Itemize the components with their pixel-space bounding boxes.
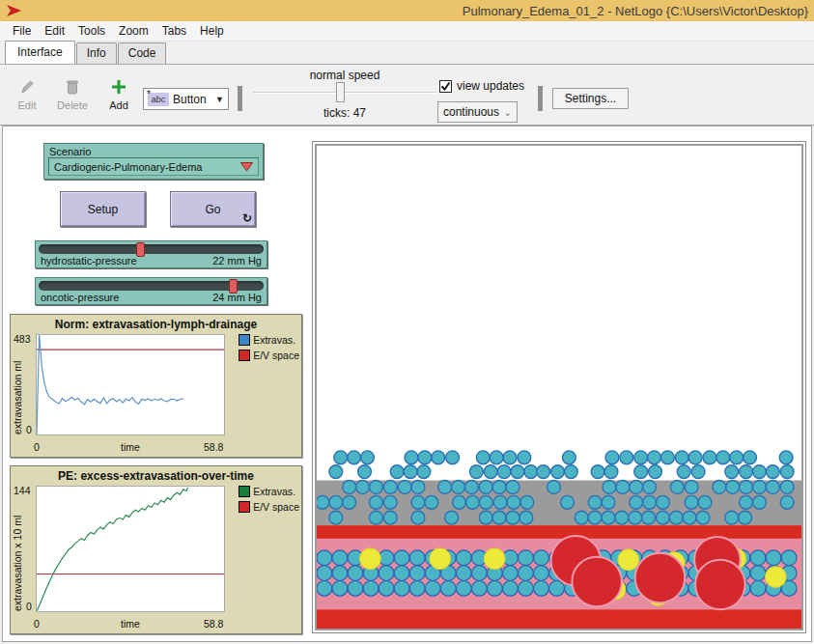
speed-slider-thumb[interactable]	[336, 82, 345, 102]
go-button[interactable]: Go ↻	[170, 191, 256, 227]
slider-track[interactable]	[39, 244, 264, 254]
plot-canvas	[36, 486, 225, 612]
checkbox-checked-icon[interactable]	[439, 80, 452, 93]
x-axis-label: time	[36, 441, 225, 453]
legend-swatch-blue	[239, 334, 250, 346]
dropdown-triangle-icon	[240, 162, 253, 172]
plot-canvas	[36, 334, 225, 435]
tab-bar: Interface Info Code	[0, 42, 814, 64]
scenario-chooser[interactable]: Scenario Cardiogenic-Pulmonary-Edema	[43, 143, 264, 180]
series-line	[37, 488, 188, 611]
legend-entry: E/V space	[239, 350, 299, 361]
plot-title: Norm: extravasation-lymph-drainage	[11, 318, 301, 331]
view-updates-label: view updates	[457, 79, 524, 93]
legend-entry: E/V space	[239, 501, 299, 513]
plot-legend: Extravas. E/V space	[239, 486, 299, 517]
menu-item-file[interactable]: File	[6, 22, 38, 40]
plot-title: PE: excess-extravasation-over-time	[11, 469, 301, 483]
interface-toolbar: Edit Delete Add abc Button ▼ normal spee…	[0, 64, 814, 126]
y-axis-min: 0	[26, 424, 32, 435]
chooser-label: Scenario	[44, 144, 263, 157]
tab-info[interactable]: Info	[76, 42, 117, 64]
add-widget-button[interactable]: Add	[99, 76, 138, 111]
legend-entry: Extravas.	[239, 334, 299, 346]
world-view-canvas	[315, 144, 803, 630]
menu-item-tabs[interactable]: Tabs	[155, 22, 193, 40]
chevron-down-icon: ⌄	[504, 107, 512, 118]
x-axis-max: 58.8	[204, 441, 250, 453]
y-axis-min: 0	[26, 601, 32, 612]
speed-control: normal speed ticks: 47	[253, 69, 436, 120]
widget-type-value: Button	[173, 93, 215, 106]
slider-value: 22 mm Hg	[212, 255, 262, 266]
y-axis-label: extravasation x 10 ml	[12, 499, 23, 611]
legend-entry: Extravas.	[239, 486, 299, 497]
plus-icon	[99, 76, 138, 98]
toolbar-separator	[538, 86, 543, 111]
forever-icon: ↻	[242, 211, 252, 225]
slider-value: 24 mm Hg	[212, 292, 262, 303]
y-axis-max: 144	[14, 485, 31, 496]
delete-widget-button[interactable]: Delete	[53, 76, 92, 111]
interface-canvas: Scenario Cardiogenic-Pulmonary-Edema Set…	[2, 126, 812, 642]
menu-item-tools[interactable]: Tools	[71, 22, 112, 40]
slider-label: hydrostatic-pressure	[41, 255, 137, 266]
settings-button[interactable]: Settings...	[552, 88, 629, 109]
legend-swatch-green	[239, 486, 250, 497]
tab-interface[interactable]: Interface	[5, 41, 75, 64]
menu-bar: File Edit Tools Zoom Tabs Help	[0, 21, 814, 42]
slider-label: oncotic-pressure	[41, 292, 119, 303]
menu-item-help[interactable]: Help	[193, 22, 231, 40]
chooser-value: Cardiogenic-Pulmonary-Edema	[54, 161, 240, 173]
plot-legend: Extravas. E/V space	[239, 334, 299, 365]
update-mode-dropdown[interactable]: continuous ⌄	[437, 101, 518, 123]
y-axis-max: 483	[14, 333, 31, 345]
trash-icon	[53, 76, 92, 98]
speed-label: normal speed	[253, 69, 436, 82]
netlogo-logo-icon	[6, 3, 23, 18]
netlogo-window: Pulmonary_Edema_01_2 - NetLogo {C:\Users…	[0, 0, 814, 644]
pencil-icon	[8, 76, 46, 98]
menu-item-edit[interactable]: Edit	[38, 22, 71, 40]
x-axis-label: time	[36, 618, 225, 630]
legend-swatch-red	[239, 350, 250, 361]
plot-extravasation-lymph-drainage: Norm: extravasation-lymph-drainage 483 e…	[10, 314, 302, 458]
chooser-select[interactable]: Cardiogenic-Pulmonary-Edema	[48, 157, 259, 176]
button-widget-icon: abc	[148, 93, 169, 106]
toolbar-separator	[238, 86, 242, 111]
update-mode-value: continuous	[443, 105, 504, 119]
oncotic-pressure-slider[interactable]: oncotic-pressure 24 mm Hg	[35, 277, 267, 305]
legend-swatch-red	[239, 501, 250, 513]
capillary-wall-bottom-band	[317, 609, 801, 629]
ticks-counter: ticks: 47	[253, 106, 436, 120]
title-bar: Pulmonary_Edema_01_2 - NetLogo {C:\Users…	[0, 0, 814, 21]
plot-excess-extravasation: PE: excess-extravasation-over-time 144 e…	[10, 465, 302, 634]
widget-type-dropdown[interactable]: abc Button ▼	[143, 88, 229, 110]
capillary-wall-top-band	[317, 525, 801, 539]
view-updates-toggle[interactable]: view updates	[439, 79, 524, 93]
world-view-frame	[312, 141, 806, 633]
setup-button[interactable]: Setup	[60, 191, 146, 227]
edit-widget-button[interactable]: Edit	[8, 76, 46, 111]
x-axis-max: 58.8	[204, 618, 250, 630]
menu-item-zoom[interactable]: Zoom	[112, 22, 155, 40]
y-axis-label: extravasation ml	[12, 348, 23, 434]
tab-code[interactable]: Code	[118, 42, 167, 64]
hydrostatic-pressure-slider[interactable]: hydrostatic-pressure 22 mm Hg	[35, 240, 267, 268]
chevron-down-icon: ▼	[215, 95, 224, 104]
window-title: Pulmonary_Edema_01_2 - NetLogo {C:\Users…	[23, 4, 810, 18]
speed-slider[interactable]	[253, 92, 436, 94]
